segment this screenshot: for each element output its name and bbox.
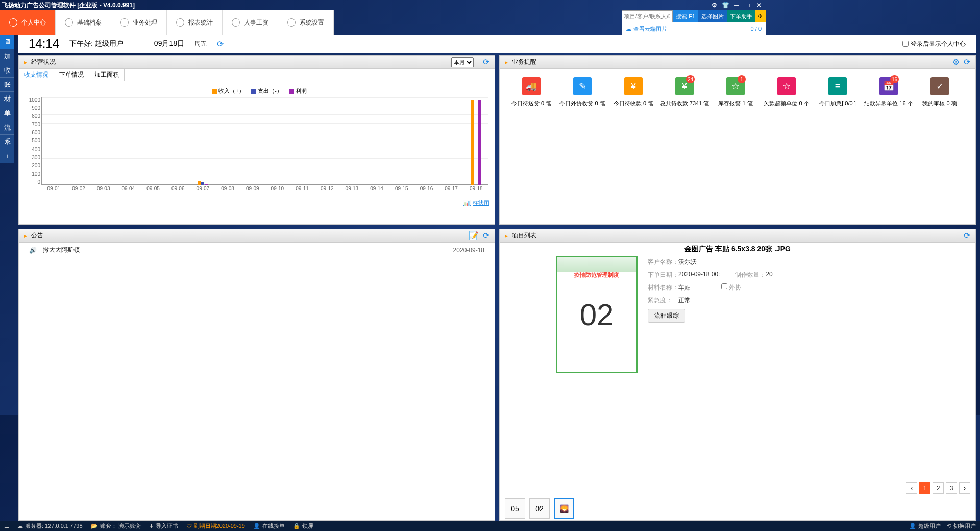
period-select[interactable]: 本月 xyxy=(451,57,474,67)
bar-chart-icon: 📊 xyxy=(463,200,471,206)
sidebar-item[interactable]: + xyxy=(0,149,14,163)
nav-icon xyxy=(9,18,17,27)
panel-icon: ▸ xyxy=(505,59,508,66)
panel-title: 业务提醒 xyxy=(512,58,536,66)
reminder-item[interactable]: ☆欠款超额单位 0 个 xyxy=(761,77,766,107)
chart-bar xyxy=(201,182,204,185)
weekday: 周五 xyxy=(194,40,207,49)
chart-bar xyxy=(205,184,208,185)
nav-label: 基础档案 xyxy=(77,18,102,27)
info-label: 下单日期： xyxy=(648,271,678,279)
info-label: 制作数量： xyxy=(735,271,766,279)
nav-item[interactable]: 报表统计 xyxy=(167,10,223,35)
cloud-link[interactable]: 查看云端图片 xyxy=(633,25,667,33)
sidebar-item[interactable]: 🖥 xyxy=(0,35,14,49)
announce-panel: ▸ 公告 📝 ⟳ 🔊撒大大阿斯顿2020-09-18 xyxy=(18,229,495,415)
sidebar-item[interactable]: 流 xyxy=(0,120,14,135)
minimize-icon[interactable]: ─ xyxy=(732,1,741,9)
select-image-button[interactable]: 选择图片 xyxy=(698,10,727,22)
reminder-item[interactable]: ¥今日待收款 0 笔 xyxy=(608,77,659,107)
sidebar-item[interactable]: 单 xyxy=(0,106,14,120)
search-button[interactable]: 搜索 F1 xyxy=(673,10,698,22)
reminder-item[interactable]: 🚚今日待送货 0 笔 xyxy=(506,77,557,107)
sidebar-item[interactable]: 系 xyxy=(0,135,14,149)
chart-tab[interactable]: 加工面积 xyxy=(89,69,125,81)
badge: 24 xyxy=(686,75,695,83)
reminder-label: 今日外协收货 0 笔 xyxy=(559,100,605,107)
reminder-item[interactable]: ✎今日外协收货 0 笔 xyxy=(557,77,608,107)
panel-title: 公告 xyxy=(31,231,43,240)
nav-item[interactable]: 基础档案 xyxy=(56,10,111,35)
nav-label: 系统设置 xyxy=(300,18,324,27)
track-button[interactable]: 流程跟踪 xyxy=(648,309,685,323)
reminder-label: 欠款超额单位 0 个 xyxy=(764,100,766,107)
panel-title: 经营状况 xyxy=(31,58,56,66)
nav-item[interactable]: 人事工资 xyxy=(223,10,278,35)
reminder-icon: ¥ xyxy=(624,77,643,95)
reminder-label: 库存报警 1 笔 xyxy=(718,100,752,107)
chart-tab[interactable]: 下单情况 xyxy=(54,69,89,81)
titlebar-icon[interactable]: 👕 xyxy=(721,1,730,9)
panel-icon: ▸ xyxy=(505,232,508,239)
chart-tab[interactable]: 收支情况 xyxy=(19,69,54,81)
announce-text: 撒大大阿斯顿 xyxy=(43,246,80,254)
titlebar-icon[interactable]: ⚙ xyxy=(709,1,719,9)
badge: 1 xyxy=(738,75,746,83)
biz-status-panel: ▸ 经营状况 本月 ⟳ 收支情况下单情况加工面积 收入（+） 支出（-） 利润 … xyxy=(18,55,495,225)
nav-icon xyxy=(232,18,240,27)
clock: 14:14 xyxy=(29,37,59,51)
nav-item[interactable]: 系统设置 xyxy=(278,10,334,35)
info-value: 沃尔沃 xyxy=(678,258,697,267)
send-icon[interactable]: ✈ xyxy=(755,10,766,22)
nav-label: 业务处理 xyxy=(133,18,157,27)
maximize-icon[interactable]: □ xyxy=(743,1,752,9)
cloud-count: 0 / 0 xyxy=(751,26,762,32)
date: 09月18日 xyxy=(154,39,184,49)
info-label: 客户名称： xyxy=(648,258,678,267)
reminder-icon: 🚚 xyxy=(522,77,541,95)
info-label: 外协 xyxy=(729,284,741,291)
announce-item[interactable]: 🔊撒大大阿斯顿2020-09-18 xyxy=(19,243,495,257)
info-value: 正常 xyxy=(678,296,691,305)
sidebar-item[interactable]: 材 xyxy=(0,92,14,106)
nav-icon xyxy=(287,18,296,27)
sidebar-item[interactable]: 收 xyxy=(0,63,14,78)
reminder-icon: ✎ xyxy=(573,77,592,95)
chart-bar xyxy=(478,100,481,185)
order-helper-button[interactable]: 下单助手 xyxy=(727,10,755,22)
cloud-icon: ☁ xyxy=(626,26,631,32)
greeting: 下午好: 超级用户 xyxy=(69,39,124,49)
project-image[interactable]: 02 xyxy=(556,256,638,373)
panel-title: 项目列表 xyxy=(512,231,536,240)
sound-icon: 🔊 xyxy=(29,247,37,254)
project-image-title: 金图广告 车贴 6.5x3.8 20张 .JPG xyxy=(500,243,766,256)
window-title: 飞扬动力广告公司管理软件 [企业版 - V4.0.0.991] xyxy=(2,1,135,10)
sidebar-item[interactable]: 账 xyxy=(0,78,14,92)
reminder-label: 今日待收款 0 笔 xyxy=(614,100,653,107)
info-label: 材料名称： xyxy=(648,283,678,292)
reminder-item[interactable]: 1☆库存报警 1 笔 xyxy=(710,77,761,107)
reminder-label: 总共待收款 7341 笔 xyxy=(660,100,709,107)
nav-label: 个人中心 xyxy=(21,18,46,27)
reminder-item[interactable]: 24¥总共待收款 7341 笔 xyxy=(659,77,710,107)
outsource-checkbox[interactable] xyxy=(721,283,727,289)
add-icon[interactable]: 📝 xyxy=(469,231,479,240)
nav-item[interactable]: 个人中心 xyxy=(0,10,56,35)
reminders-panel: ▸ 业务提醒 ⚙ ⟳ 🚚今日待送货 0 笔✎今日外协收货 0 笔¥今日待收款 0… xyxy=(499,55,766,225)
chart-type-link[interactable]: 📊 柱状图 xyxy=(463,199,489,207)
nav-label: 人事工资 xyxy=(244,18,268,27)
nav-icon xyxy=(176,18,184,27)
project-panel: ▸ 项目列表 ⟳ 金图广告 车贴 6.5x3.8 20张 .JPG 02 客户名… xyxy=(499,229,766,415)
refresh-icon[interactable]: ⟳ xyxy=(483,231,489,240)
search-input[interactable] xyxy=(622,10,673,22)
refresh-icon[interactable]: ⟳ xyxy=(483,57,489,67)
close-icon[interactable]: ✕ xyxy=(754,1,764,9)
nav-item[interactable]: 业务处理 xyxy=(111,10,167,35)
chart-bar xyxy=(471,100,474,185)
panel-icon: ▸ xyxy=(24,59,27,66)
panel-icon: ▸ xyxy=(24,232,27,239)
refresh-icon[interactable]: ⟳ xyxy=(217,39,224,49)
nav-icon xyxy=(65,18,73,27)
sidebar-item[interactable]: 加 xyxy=(0,49,14,63)
nav-icon xyxy=(120,18,129,27)
